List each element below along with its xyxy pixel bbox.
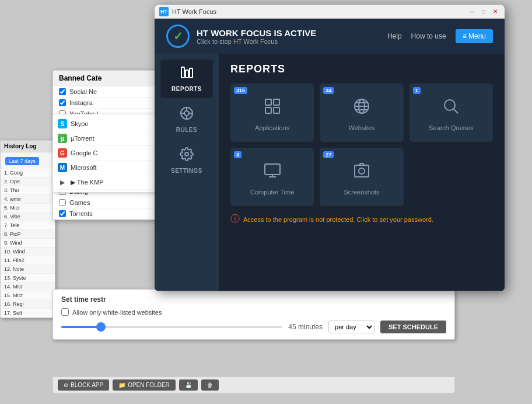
maximize-button[interactable]: □: [479, 7, 488, 16]
block-app-label: BLOCK APP: [71, 382, 103, 388]
kmp-icon: ▶: [58, 177, 67, 187]
settings-icon: [180, 147, 194, 165]
list-item[interactable]: 4. wmir: [1, 195, 55, 204]
list-item[interactable]: 5. Micr: [1, 204, 55, 213]
svg-rect-1: [186, 70, 188, 78]
app-item-utorrent[interactable]: µ µTorrent: [53, 131, 160, 146]
sidebar-reports-label: REPORTS: [172, 86, 202, 92]
time-label: 45 minutes: [288, 323, 323, 331]
report-card-screenshots[interactable]: 27 Screenshots: [320, 148, 403, 206]
computer-time-badge: 3: [234, 151, 242, 158]
report-card-computer-time[interactable]: 3 Computer Time: [230, 148, 314, 206]
banned-item[interactable]: Social Ne: [53, 86, 160, 97]
computer-time-label: Computer Time: [250, 189, 294, 196]
set-schedule-button[interactable]: SET SCHEDULE: [380, 321, 446, 333]
list-item[interactable]: 10. Wind: [1, 248, 55, 256]
app-item-microsoft[interactable]: M Microsoft: [53, 161, 160, 175]
svg-rect-21: [265, 164, 280, 175]
block-app-button[interactable]: ⊘ BLOCK APP: [58, 379, 109, 391]
list-item[interactable]: 7. Tele: [1, 221, 55, 230]
whitelist-label: Allow only white-listed websites: [72, 309, 162, 316]
list-item[interactable]: 14. Micr: [1, 283, 55, 291]
banned-item[interactable]: Instagra: [53, 97, 160, 109]
filter-button[interactable]: Last 7 days: [5, 157, 39, 165]
sidebar-item-reports[interactable]: REPORTS: [160, 60, 213, 98]
app-item-kmp[interactable]: ▶ ▶ The KMP: [53, 175, 160, 190]
report-grid: 315 Applications 34: [230, 83, 493, 206]
slider-thumb[interactable]: [96, 322, 106, 332]
list-item[interactable]: 2. Ope: [1, 177, 55, 186]
window-titlebar: HT HT Work Focus — □ ✕: [155, 5, 505, 19]
list-item[interactable]: 6. Vibe: [1, 213, 55, 221]
whitelist-checkbox[interactable]: [61, 308, 69, 316]
app-label: Microsoft: [71, 164, 97, 171]
svg-rect-10: [265, 99, 271, 105]
sidebar-item-settings[interactable]: SETTINGS: [160, 141, 213, 180]
websites-icon: [352, 97, 371, 120]
banned-item[interactable]: Games: [53, 197, 160, 208]
per-day-select[interactable]: per day per week: [328, 321, 374, 333]
bottom-bar: ⊘ BLOCK APP 📁 OPEN FOLDER 💾 🗑: [52, 377, 455, 393]
slider-fill: [61, 326, 101, 328]
save-button[interactable]: 💾: [179, 379, 198, 391]
app-list-panel: S Skype µ µTorrent G Google C M Microsof…: [52, 114, 160, 193]
sidebar-item-rules[interactable]: RULES: [160, 100, 213, 139]
slider-track: [61, 326, 282, 328]
report-card-applications[interactable]: 315 Applications: [230, 83, 314, 142]
delete-button[interactable]: 🗑: [201, 379, 219, 391]
app-label: µTorrent: [71, 135, 94, 142]
whitelist-row: Allow only white-listed websites: [61, 308, 446, 316]
window-title: HT Work Focus: [172, 8, 467, 15]
checkmark-icon: ✓: [173, 29, 183, 43]
svg-rect-11: [274, 99, 279, 105]
svg-rect-13: [274, 107, 279, 113]
svg-point-4: [184, 111, 189, 116]
header-text: HT WORK FOCUS IS ACTIVE Click to stop HT…: [197, 28, 316, 45]
list-item[interactable]: 17. Sett: [1, 309, 55, 318]
google-icon: G: [58, 148, 67, 158]
report-card-search[interactable]: 1 Search Queries: [410, 83, 493, 142]
search-badge: 1: [413, 87, 421, 94]
open-folder-button[interactable]: 📁 OPEN FOLDER: [113, 379, 176, 391]
status-subtitle[interactable]: Click to stop HT Work Focus: [197, 38, 316, 45]
websites-badge: 34: [323, 87, 334, 94]
list-item[interactable]: 15. Micr: [1, 291, 55, 300]
main-content: REPORTS 315 Applications: [219, 54, 505, 291]
how-to-use-link[interactable]: How to use: [411, 32, 446, 40]
app-label: Skype: [71, 120, 89, 127]
list-item[interactable]: 12. Note: [1, 265, 55, 274]
list-item[interactable]: 8. PicP: [1, 230, 55, 239]
app-item-google[interactable]: G Google C: [53, 146, 160, 161]
list-item[interactable]: 11. FileZ: [1, 256, 55, 265]
header-left: ✓ HT WORK FOCUS IS ACTIVE Click to stop …: [166, 25, 316, 48]
sidebar: REPORTS RULES: [155, 54, 219, 291]
warning-row[interactable]: ⓘ Access to the program is not protected…: [230, 213, 493, 225]
close-button[interactable]: ✕: [491, 7, 500, 16]
history-list: 1. Goog 2. Ope 3. Thu 4. wmir 5. Micr 6.…: [1, 169, 55, 318]
app-label: Google C: [71, 149, 97, 156]
utorrent-icon: µ: [58, 134, 67, 143]
window-controls: — □ ✕: [467, 7, 500, 16]
active-indicator: ✓: [166, 25, 190, 48]
app-item-skype[interactable]: S Skype: [53, 117, 160, 131]
banned-item[interactable]: Torrents: [53, 208, 160, 220]
applications-icon: [263, 97, 282, 120]
time-restriction-panel: Set time restr Allow only white-listed w…: [52, 289, 455, 340]
screenshots-label: Screenshots: [344, 189, 379, 196]
list-item[interactable]: 3. Thu: [1, 186, 55, 195]
app-icon: HT: [159, 7, 169, 16]
applications-label: Applications: [255, 124, 289, 131]
menu-button[interactable]: ≡ Menu: [456, 29, 493, 43]
sidebar-rules-label: RULES: [176, 127, 197, 133]
list-item[interactable]: 16. Regi: [1, 300, 55, 309]
minimize-button[interactable]: —: [467, 7, 477, 16]
status-heading[interactable]: HT WORK FOCUS IS ACTIVE: [197, 28, 316, 38]
reports-icon: [180, 65, 194, 83]
save-icon: 💾: [185, 382, 192, 388]
delete-icon: 🗑: [207, 382, 213, 388]
list-item[interactable]: 1. Goog: [1, 169, 55, 177]
list-item[interactable]: 13. Syste: [1, 274, 55, 283]
list-item[interactable]: 9. Wind: [1, 239, 55, 248]
report-card-websites[interactable]: 34 Websites: [320, 83, 403, 142]
help-link[interactable]: Help: [387, 32, 402, 40]
